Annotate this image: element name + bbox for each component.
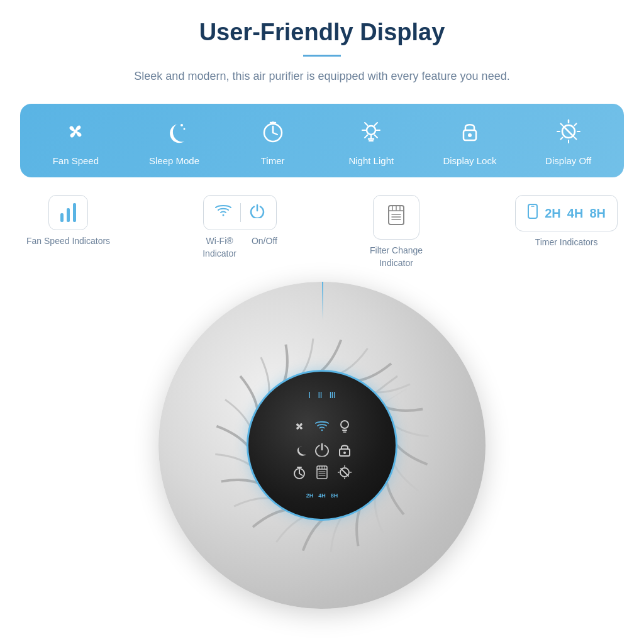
display-off-icon: [555, 118, 582, 149]
wifi-label: Wi-Fi®Indicator: [203, 235, 236, 260]
fan-bar-1: [60, 213, 64, 222]
ctrl-filter-icon: [315, 465, 329, 479]
purifier-outer: | || |||: [158, 282, 486, 609]
speed-2: ||: [318, 391, 322, 398]
timer-nums: 2H 4H 8H: [545, 206, 606, 221]
onoff-label: On/Off: [252, 235, 277, 260]
svg-point-40: [343, 452, 346, 454]
svg-point-0: [74, 130, 77, 133]
ctrl-timer-nums: 2H 4H 8H: [306, 492, 338, 499]
timer-indicator-box: 2H 4H 8H: [515, 195, 618, 231]
timer-8h: 8H: [589, 206, 606, 221]
ctrl-2h: 2H: [306, 492, 314, 499]
fan-speed-label: Fan Speed: [53, 155, 99, 166]
feature-display-lock[interactable]: Display Lock: [432, 118, 508, 166]
purifier-section: | || |||: [0, 282, 644, 644]
fan-speed-indicator-group: Fan Speed Indicators: [26, 195, 110, 248]
wifi-icon: [215, 204, 231, 221]
fan-speed-indicator-box: [48, 195, 88, 230]
svg-point-12: [468, 133, 472, 137]
ctrl-8h: 8H: [331, 492, 338, 499]
feature-bar: Fan Speed Sleep Mode: [20, 104, 624, 177]
sleep-mode-icon: [160, 118, 188, 149]
ctrl-display-off-icon: [338, 465, 352, 479]
display-lock-icon: [456, 118, 484, 149]
wifi-onoff-box: [203, 195, 277, 230]
svg-line-18: [560, 124, 562, 126]
display-off-label: Display Off: [545, 155, 591, 166]
svg-point-36: [341, 421, 348, 428]
ctrl-fan-icon: [292, 419, 306, 434]
svg-point-35: [298, 425, 301, 428]
svg-line-43: [299, 474, 303, 475]
fan-speed-indicator-label: Fan Speed Indicators: [26, 235, 110, 248]
fan-bar-2: [67, 208, 70, 222]
svg-line-21: [574, 138, 576, 140]
divider: [240, 203, 241, 222]
speed-3: |||: [330, 391, 335, 398]
ctrl-4h: 4H: [318, 492, 326, 499]
control-panel: | || |||: [247, 370, 397, 521]
indicators-row: Fan Speed Indicators: [20, 195, 624, 269]
wifi-onoff-labels: Wi-Fi®Indicator On/Off: [203, 235, 277, 260]
phone-icon: [527, 203, 538, 223]
timer-2h: 2H: [545, 206, 561, 221]
svg-point-1: [180, 124, 183, 126]
filter-indicator-group: Filter ChangeIndicator: [370, 195, 423, 269]
timer-indicator-group: 2H 4H 8H Timer Indicators: [515, 195, 618, 249]
svg-point-2: [183, 128, 185, 130]
svg-line-5: [273, 133, 277, 135]
title-underline: [303, 55, 341, 57]
ctrl-wifi-icon: [315, 419, 329, 434]
display-lock-label: Display Lock: [443, 155, 496, 166]
power-icon: [250, 203, 265, 222]
feature-night-light[interactable]: Night Light: [333, 118, 409, 166]
timer-label: Timer: [261, 155, 285, 166]
speed-indicators: | || |||: [309, 391, 335, 398]
feature-display-off[interactable]: Display Off: [531, 118, 606, 166]
night-light-label: Night Light: [348, 155, 394, 166]
feature-fan-speed[interactable]: Fan Speed: [38, 118, 113, 166]
timer-indicator-label: Timer Indicators: [535, 236, 598, 249]
page-wrapper: User-Friendly Display Sleek and modern, …: [0, 0, 644, 644]
filter-icon: [386, 204, 406, 230]
subtitle: Sleek and modern, this air purifier is e…: [134, 68, 509, 85]
ctrl-light-icon: [338, 419, 352, 434]
speed-1: |: [309, 391, 311, 398]
timer-4h: 4H: [567, 206, 584, 221]
control-icons-grid: [287, 406, 357, 484]
svg-point-8: [367, 126, 375, 135]
night-light-icon: [357, 118, 385, 149]
filter-indicator-box: [373, 195, 419, 240]
wifi-onoff-group: Wi-Fi®Indicator On/Off: [203, 195, 277, 260]
timer-icon: [259, 118, 287, 149]
ctrl-sleep-icon: [292, 443, 306, 457]
fan-speed-icon: [62, 118, 89, 149]
svg-line-22: [564, 126, 574, 136]
svg-line-19: [574, 124, 576, 126]
connector-line: [322, 282, 323, 319]
ctrl-timer-icon: [292, 465, 306, 479]
ctrl-lock-icon: [338, 443, 352, 457]
sleep-mode-label: Sleep Mode: [149, 155, 199, 166]
fan-bars: [60, 203, 76, 222]
page-title: User-Friendly Display: [199, 19, 445, 46]
svg-line-54: [341, 469, 348, 476]
feature-sleep-mode[interactable]: Sleep Mode: [136, 118, 212, 166]
filter-label: Filter ChangeIndicator: [370, 245, 423, 269]
svg-line-20: [560, 138, 562, 140]
feature-timer[interactable]: Timer: [235, 118, 311, 166]
ctrl-power-icon: [315, 443, 329, 457]
fan-bar-3: [73, 203, 76, 222]
